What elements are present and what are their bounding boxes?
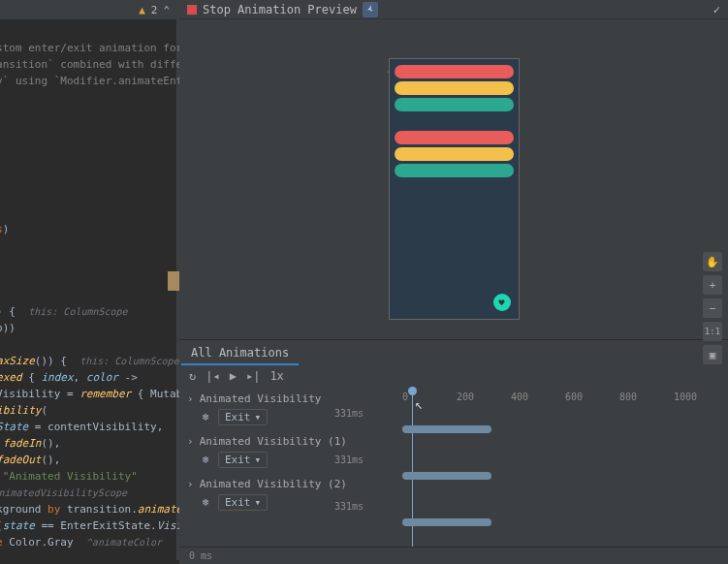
bar-yellow [395,81,514,95]
timeline-footer: 0 ms [179,547,728,564]
fab-heart: ♥ [493,294,511,311]
track-duration: 331ms [334,408,364,419]
freeze-icon[interactable]: ❄ [199,454,212,467]
warning-count[interactable]: 2 [151,4,158,16]
preview-canvas[interactable]: AnimatedVisibility ♥ ✋ + − 1:1 ▣ [179,19,728,339]
pin-icon[interactable] [363,2,378,17]
tab-all-animations[interactable]: All Animations [181,340,299,365]
chevron-right-icon: › [187,478,194,490]
state-dropdown[interactable]: Exit▾ [218,494,268,511]
preview-title[interactable]: Stop Animation Preview [203,3,357,16]
timeline-segment[interactable] [402,425,491,433]
play-icon[interactable]: ▶ [230,369,237,383]
code-editor[interactable]: ▲ 2 ⌃ o create a custom enter/exit anima… [0,0,179,564]
track-duration: 331ms [334,501,364,512]
speed-dropdown[interactable]: 1x [269,369,283,383]
pan-icon[interactable]: ✋ [703,252,722,271]
track-name: Animated Visibility [200,392,322,405]
animation-panel: All Animations ↻ ∣◂ ▶ ▸∣ 1x › Animated V… [179,339,728,564]
track-header[interactable]: › Animated Visibility (2) [187,476,364,492]
bar-green [395,98,514,111]
device-frame: ♥ [389,58,520,320]
warning-icon: ▲ [139,4,145,16]
track-name: Animated Visibility (2) [200,478,347,490]
chevron-down-icon: ▾ [255,454,262,466]
timeline[interactable]: 0 200 400 600 800 1000 ↖ 331ms 331ms 331… [364,387,728,547]
freeze-icon[interactable]: ❄ [199,411,212,424]
state-dropdown[interactable]: Exit▾ [218,409,268,425]
freeze-icon[interactable]: ❄ [199,496,212,510]
chevron-right-icon: › [187,435,194,448]
track-name: Animated Visibility (1) [200,435,347,448]
bar-red [395,65,514,78]
state-dropdown[interactable]: Exit▾ [218,452,268,468]
chevron-right-icon: › [187,392,194,405]
track-header[interactable]: › Animated Visibility (1) [187,433,364,450]
skip-start-icon[interactable]: ∣◂ [206,369,219,383]
expand-icon[interactable]: ⌃ [163,4,170,16]
zoom-out-icon[interactable]: − [703,298,722,318]
chevron-down-icon: ▾ [255,496,262,509]
zoom-in-icon[interactable]: + [703,275,722,295]
bar-gap [395,114,514,128]
bar-yellow [395,147,514,161]
code-content[interactable]: o create a custom enter/exit animation f… [0,23,179,564]
crop-icon[interactable]: ▣ [703,345,722,364]
bar-red [395,131,514,144]
playback-controls: ↻ ∣◂ ▶ ▸∣ 1x [179,365,728,387]
current-time: 0 ms [189,550,212,561]
track-duration: 331ms [334,454,364,465]
preview-toolbar: Stop Animation Preview ✓ [179,0,728,19]
check-icon: ✓ [713,3,720,16]
skip-end-icon[interactable]: ▸∣ [246,369,260,383]
track-row: › Animated Visibility (1) ❄ Exit▾ [187,433,364,474]
bar-green [395,164,514,177]
timeline-segment[interactable] [402,518,491,526]
canvas-tool-rail: ✋ + − 1:1 ▣ [703,252,722,364]
chevron-down-icon: ▾ [255,411,262,423]
timeline-segment[interactable] [402,472,491,480]
zoom-reset-icon[interactable]: 1:1 [703,322,722,341]
loop-icon[interactable]: ↻ [189,369,196,383]
editor-status-bar: ▲ 2 ⌃ [0,0,179,19]
mouse-cursor-icon: ↖ [415,396,423,412]
track-header[interactable]: › Animated Visibility [187,391,364,407]
stop-icon[interactable] [187,5,197,15]
